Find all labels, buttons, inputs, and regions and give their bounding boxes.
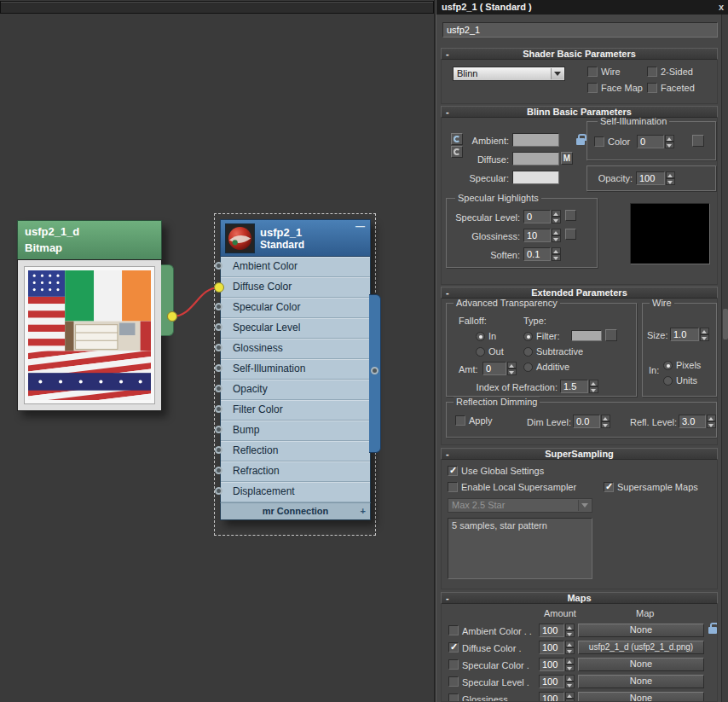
socket-icon[interactable]: [215, 426, 222, 433]
spinner-up-icon[interactable]: [552, 247, 561, 254]
node-minimize-icon[interactable]: —: [355, 221, 365, 231]
spinner-up-icon[interactable]: [552, 229, 561, 235]
collapse-icon[interactable]: -: [446, 49, 449, 59]
glossiness-map-button[interactable]: [565, 229, 576, 240]
connected-socket-icon[interactable]: [215, 282, 222, 290]
spinner-down-icon[interactable]: [707, 421, 716, 428]
map-slot-button[interactable]: None: [578, 692, 704, 702]
self-illum-map-button[interactable]: [692, 135, 704, 147]
wire-checkbox[interactable]: Wire: [587, 67, 621, 77]
map-enable-checkbox[interactable]: [448, 642, 459, 653]
spinner-up-icon[interactable]: [707, 415, 716, 421]
spinner-up-icon[interactable]: [565, 624, 575, 630]
map-amount-spinner[interactable]: 100: [539, 658, 575, 671]
spinner-down-icon[interactable]: [565, 682, 575, 688]
socket-icon[interactable]: [215, 323, 222, 331]
bitmap-node[interactable]: usfp2_1_d Bitmap: [17, 220, 162, 411]
spinner-down-icon[interactable]: [552, 217, 561, 223]
specular-level-spinner[interactable]: 0: [523, 210, 561, 223]
specular-color-swatch[interactable]: [512, 171, 559, 184]
spinner-down-icon[interactable]: [589, 386, 598, 393]
sampler-dropdown[interactable]: Max 2.5 Star: [448, 498, 592, 513]
slot-reflection[interactable]: Reflection: [221, 441, 370, 461]
node-view[interactable]: usfp2_1_d Bitmap: [0, 0, 436, 702]
spinner-down-icon[interactable]: [552, 254, 561, 261]
bitmap-node-body[interactable]: [17, 259, 162, 411]
spinner-up-icon[interactable]: [565, 692, 575, 699]
lock-icon[interactable]: [576, 138, 585, 145]
self-illum-spinner[interactable]: 0: [637, 135, 674, 148]
spinner-down-icon[interactable]: [565, 647, 575, 654]
falloff-in-radio[interactable]: In: [476, 331, 496, 341]
socket-icon[interactable]: [215, 364, 222, 372]
mr-connection-footer[interactable]: mr Connection +: [220, 502, 371, 520]
wire-pixels-radio[interactable]: Pixels: [663, 360, 701, 370]
map-amount-spinner[interactable]: 100: [539, 675, 575, 688]
map-amount-spinner[interactable]: 100: [539, 624, 575, 637]
map-amount-spinner[interactable]: 100: [539, 641, 575, 654]
spinner-up-icon[interactable]: [589, 380, 598, 386]
bitmap-node-header[interactable]: usfp2_1_d Bitmap: [17, 220, 162, 259]
spinner-down-icon[interactable]: [665, 142, 674, 148]
spinner-down-icon[interactable]: [565, 699, 575, 702]
slot-ambient-color[interactable]: Ambient Color: [221, 257, 370, 277]
bitmap-output-strip[interactable]: [161, 264, 174, 336]
socket-icon[interactable]: [215, 467, 222, 474]
self-illum-color-checkbox[interactable]: Color: [594, 136, 630, 147]
specular-level-map-button[interactable]: [565, 210, 576, 221]
diffuse-map-shortcut-button[interactable]: M: [561, 152, 573, 165]
filter-color-swatch[interactable]: [571, 330, 602, 341]
socket-icon[interactable]: [215, 385, 222, 392]
spinner-down-icon[interactable]: [552, 235, 561, 242]
use-global-settings-checkbox[interactable]: Use Global Settings: [448, 466, 544, 476]
socket-icon[interactable]: [215, 446, 222, 454]
spinner-up-icon[interactable]: [565, 675, 575, 682]
spinner-down-icon[interactable]: [666, 178, 675, 185]
opacity-spinner[interactable]: 100: [636, 171, 675, 185]
scrollbar-thumb[interactable]: [723, 309, 728, 339]
slot-specular-level[interactable]: Specular Level: [221, 318, 370, 339]
glossiness-spinner[interactable]: 10: [523, 229, 561, 242]
material-output-socket[interactable]: [371, 367, 378, 374]
collapse-icon[interactable]: -: [446, 593, 449, 603]
spinner-down-icon[interactable]: [507, 368, 517, 375]
slot-specular-color[interactable]: Specular Color: [221, 298, 370, 318]
spinner-down-icon[interactable]: [700, 334, 709, 341]
spinner-up-icon[interactable]: [666, 171, 675, 178]
chevron-down-icon[interactable]: [551, 68, 563, 79]
diffuse-color-swatch[interactable]: [512, 152, 559, 165]
map-enable-checkbox[interactable]: [448, 693, 459, 702]
type-subtractive-radio[interactable]: Subtractive: [523, 346, 583, 357]
socket-icon[interactable]: [215, 303, 222, 310]
map-slot-button[interactable]: None: [578, 675, 704, 688]
ior-spinner[interactable]: 1.5: [560, 380, 598, 393]
faceted-checkbox[interactable]: Faceted: [647, 83, 695, 93]
slot-diffuse-color[interactable]: Diffuse Color: [221, 277, 370, 298]
spinner-down-icon[interactable]: [601, 421, 610, 428]
two-sided-checkbox[interactable]: 2-Sided: [647, 67, 693, 77]
spinner-up-icon[interactable]: [565, 658, 575, 664]
rollout-header[interactable]: -SuperSampling: [441, 448, 718, 460]
bitmap-output-socket[interactable]: [167, 311, 177, 322]
wire-units-radio[interactable]: Units: [663, 375, 697, 386]
close-icon[interactable]: x: [719, 2, 724, 12]
socket-icon[interactable]: [215, 262, 222, 270]
rollout-header[interactable]: -Extended Parameters: [441, 287, 718, 299]
collapse-icon[interactable]: -: [446, 107, 449, 117]
panel-scrollbar[interactable]: [721, 15, 728, 702]
dim-level-spinner[interactable]: 0.0: [573, 415, 610, 428]
map-slot-button[interactable]: None: [578, 624, 704, 637]
falloff-out-radio[interactable]: Out: [476, 346, 504, 357]
node-view-header-bar[interactable]: [0, 1, 434, 14]
spinner-up-icon[interactable]: [601, 415, 610, 421]
ambient-color-swatch[interactable]: [512, 133, 559, 147]
chevron-down-icon[interactable]: [578, 500, 591, 511]
enable-local-supersampler-checkbox[interactable]: Enable Local Supersampler: [448, 482, 576, 492]
expand-plus-icon[interactable]: +: [361, 503, 366, 519]
slot-filter-color[interactable]: Filter Color: [221, 400, 370, 421]
spinner-up-icon[interactable]: [552, 210, 561, 217]
slot-bump[interactable]: Bump: [221, 421, 370, 441]
slot-displacement[interactable]: Displacement: [221, 482, 370, 502]
spinner-down-icon[interactable]: [565, 664, 575, 671]
socket-icon[interactable]: [215, 405, 222, 413]
